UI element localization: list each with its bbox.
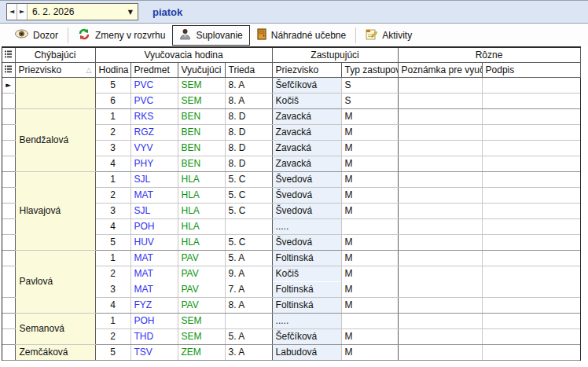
cell-hodina[interactable]: 1 [95, 313, 130, 328]
cell-trieda[interactable] [225, 313, 272, 328]
cell-typ-zastupovania[interactable]: S [341, 77, 398, 93]
cell-typ-zastupovania[interactable]: M [341, 203, 398, 218]
prev-day-button[interactable]: ◄ [7, 4, 17, 20]
column-header-priezvisko-chybajuci[interactable]: Priezvisko △ [15, 62, 95, 77]
cell-podpis[interactable] [482, 234, 580, 250]
cell-trieda[interactable]: 8. D [225, 108, 272, 124]
cell-typ-zastupovania[interactable]: M [341, 140, 398, 156]
cell-podpis[interactable] [482, 250, 580, 266]
cell-podpis[interactable] [482, 77, 580, 93]
cell-predmet[interactable]: MAT [130, 281, 178, 297]
cell-zastupujuci-priezvisko[interactable]: Švedová [272, 187, 341, 203]
cell-predmet[interactable]: RKS [130, 108, 178, 124]
cell-predmet[interactable]: RGZ [130, 124, 178, 140]
cell-poznamka[interactable] [398, 218, 482, 234]
cell-trieda[interactable]: 8. D [225, 156, 272, 171]
missing-teacher-cell[interactable]: Semanová [15, 313, 95, 344]
cell-poznamka[interactable] [398, 108, 482, 124]
cell-typ-zastupovania[interactable] [341, 218, 398, 234]
tab-suplovanie[interactable]: Suplovanie [172, 25, 249, 46]
cell-typ-zastupovania[interactable]: M [341, 344, 398, 360]
cell-poznamka[interactable] [398, 187, 482, 203]
cell-predmet[interactable]: HUV [130, 234, 178, 250]
cell-zastupujuci-priezvisko[interactable]: Zavacká [272, 156, 341, 171]
dropdown-arrow-icon[interactable]: ▼ [128, 9, 133, 16]
row-selector-cell[interactable] [2, 93, 15, 108]
cell-hodina[interactable]: 4 [95, 218, 130, 234]
current-row-indicator[interactable]: ► [2, 77, 15, 93]
tab-nahradne-ucebne[interactable]: Náhradné učebne [250, 25, 353, 46]
cell-poznamka[interactable] [398, 171, 482, 187]
row-selector-cell[interactable] [2, 187, 15, 203]
cell-hodina[interactable]: 2 [95, 124, 130, 140]
cell-podpis[interactable] [482, 281, 580, 297]
cell-poznamka[interactable] [398, 156, 482, 171]
cell-poznamka[interactable] [398, 203, 482, 218]
cell-predmet[interactable]: PVC [130, 77, 178, 93]
grid-options-button[interactable] [2, 62, 15, 77]
row-selector-cell[interactable] [2, 156, 15, 171]
row-selector-cell[interactable] [2, 281, 15, 297]
cell-hodina[interactable]: 1 [95, 171, 130, 187]
cell-hodina[interactable]: 4 [95, 156, 130, 171]
cell-zastupujuci-priezvisko[interactable]: Zavacká [272, 124, 341, 140]
cell-podpis[interactable] [482, 328, 580, 344]
missing-teacher-cell[interactable]: Hlavajová [15, 171, 95, 250]
column-header-vyucujuci[interactable]: Vyučujúci [178, 62, 225, 77]
cell-trieda[interactable] [225, 218, 272, 234]
cell-poznamka[interactable] [398, 297, 482, 313]
cell-predmet[interactable]: SJL [130, 171, 178, 187]
cell-predmet[interactable]: THD [130, 328, 178, 344]
cell-podpis[interactable] [482, 93, 580, 108]
cell-podpis[interactable] [482, 140, 580, 156]
missing-teacher-cell[interactable]: Bendžalová [15, 108, 95, 171]
cell-hodina[interactable]: 3 [95, 140, 130, 156]
tab-zmeny-v-rozvrhu[interactable]: Zmeny v rozvrhu [71, 25, 172, 46]
cell-poznamka[interactable] [398, 344, 482, 360]
cell-zastupujuci-priezvisko[interactable]: ..... [272, 313, 341, 328]
cell-trieda[interactable]: 8. A [225, 77, 272, 93]
cell-vyucujuci[interactable]: BEN [178, 140, 225, 156]
cell-zastupujuci-priezvisko[interactable]: Foltinská [272, 281, 341, 297]
row-selector-cell[interactable] [2, 250, 15, 266]
cell-vyucujuci[interactable]: SEM [178, 93, 225, 108]
cell-typ-zastupovania[interactable]: M [341, 328, 398, 344]
cell-vyucujuci[interactable]: BEN [178, 108, 225, 124]
cell-predmet[interactable]: TSV [130, 344, 178, 360]
cell-podpis[interactable] [482, 313, 580, 328]
cell-typ-zastupovania[interactable]: M [341, 234, 398, 250]
cell-vyucujuci[interactable]: HLA [178, 171, 225, 187]
cell-poznamka[interactable] [398, 313, 482, 328]
cell-poznamka[interactable] [398, 328, 482, 344]
cell-zastupujuci-priezvisko[interactable]: Šefčíková [272, 328, 341, 344]
cell-typ-zastupovania[interactable]: M [341, 266, 398, 281]
cell-vyucujuci[interactable]: BEN [178, 124, 225, 140]
cell-podpis[interactable] [482, 108, 580, 124]
cell-typ-zastupovania[interactable]: M [341, 297, 398, 313]
cell-trieda[interactable]: 7. A [225, 281, 272, 297]
missing-teacher-cell[interactable] [15, 77, 95, 108]
cell-podpis[interactable] [482, 297, 580, 313]
cell-predmet[interactable]: PVC [130, 93, 178, 108]
row-selector-cell[interactable] [2, 124, 15, 140]
cell-trieda[interactable]: 8. A [225, 93, 272, 108]
row-selector-cell[interactable] [2, 218, 15, 234]
cell-typ-zastupovania[interactable]: M [341, 124, 398, 140]
cell-vyucujuci[interactable]: ZEM [178, 344, 225, 360]
tab-aktivity[interactable]: Aktivity [358, 25, 419, 46]
cell-trieda[interactable]: 5. A [225, 328, 272, 344]
grid-options-button[interactable] [2, 48, 15, 62]
cell-predmet[interactable]: MAT [130, 187, 178, 203]
date-field[interactable]: 6. 2. 2026 ▼ [28, 4, 138, 20]
cell-typ-zastupovania[interactable]: M [341, 250, 398, 266]
cell-zastupujuci-priezvisko[interactable]: Labudová [272, 344, 341, 360]
cell-predmet[interactable]: POH [130, 218, 178, 234]
row-selector-cell[interactable] [2, 108, 15, 124]
cell-vyucujuci[interactable]: HLA [178, 218, 225, 234]
cell-predmet[interactable]: SJL [130, 203, 178, 218]
cell-predmet[interactable]: MAT [130, 266, 178, 281]
cell-trieda[interactable]: 9. A [225, 266, 272, 281]
cell-vyucujuci[interactable]: BEN [178, 156, 225, 171]
column-header-poznamka[interactable]: Poznámka pre vyučuj [398, 62, 482, 77]
cell-poznamka[interactable] [398, 266, 482, 281]
